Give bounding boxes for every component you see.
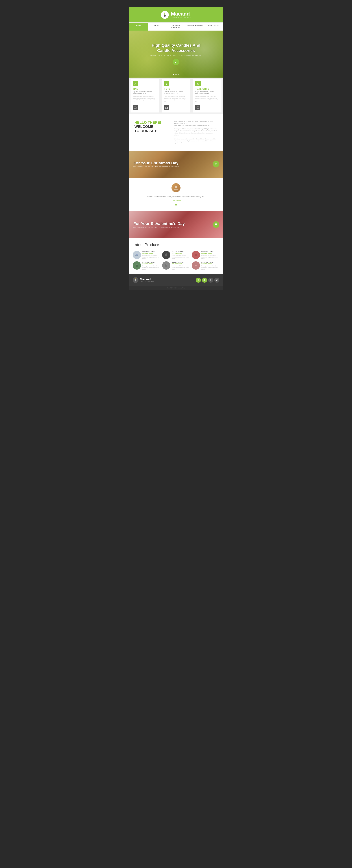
- nav-about[interactable]: ABOUT: [148, 23, 167, 31]
- card-body-tins: Lorem ipsum dolor sit amet, consectetur …: [131, 95, 159, 104]
- product-category-6: DOLORE IPSUM: [202, 263, 219, 265]
- product-category-1: DOLORE IPSUM: [142, 253, 160, 254]
- header: Macand CANDLE COMPANY: [129, 7, 223, 23]
- hero-dot-3[interactable]: [178, 74, 179, 75]
- christmas-banner-subtitle: LOREM IPSUM DOLOR SIT AMET, CONSECTETUR …: [133, 166, 179, 167]
- product-item-5: DOLOR SIT AMET DOLORE IPSUM Lorem ipsum …: [162, 261, 190, 270]
- card-title-pots: POTS: [162, 88, 190, 91]
- product-item-1: DOLOR SIT AMET DOLORE IPSUM Lorem ipsum …: [133, 251, 160, 259]
- svg-rect-25: [195, 254, 197, 256]
- svg-rect-27: [136, 265, 138, 267]
- hero-subtitle: LOREM IPSUM DOLOR SIT AMET, CONSECTETUR …: [150, 55, 202, 56]
- welcome-title: WELCOMETO OUR SITE: [135, 124, 171, 133]
- footer-copyright: MACAND © 2016 | Privacy Policy: [167, 287, 185, 289]
- hero-dot-1[interactable]: [173, 74, 174, 75]
- product-desc-3: Lorem ipsum dolor sit amet, consectetur …: [202, 255, 219, 259]
- hero-title: High Quality Candles AndCandle Accessori…: [150, 43, 202, 53]
- card-letter-a: A: [133, 81, 138, 86]
- welcome-body: Lorem ipsum dolor sit amet, consectetur …: [174, 128, 217, 144]
- svg-point-8: [135, 107, 136, 108]
- svg-rect-18: [215, 223, 217, 224]
- card-desc-tealights: LIQUAM RHONCUS, LIBERONON CONGUE ULTR.: [193, 91, 221, 95]
- social-rss-button[interactable]: [202, 278, 207, 283]
- card-btn-tealights[interactable]: [195, 105, 200, 110]
- social-googleplus-button[interactable]: g+: [214, 278, 219, 283]
- svg-point-10: [166, 107, 167, 108]
- christmas-banner: For Your Christmas Day LOREM IPSUM DOLOR…: [129, 151, 223, 178]
- svg-rect-5: [175, 62, 177, 62]
- social-facebook-button[interactable]: f: [196, 278, 201, 283]
- christmas-banner-button[interactable]: [213, 161, 219, 167]
- testimonial-section: " Lorem ipsum dolor sit amet, conse dolo…: [129, 178, 223, 211]
- product-thumb-3: [192, 251, 200, 259]
- product-name-4: DOLOR SIT AMET: [142, 261, 160, 263]
- card-tealights: C TEALIGHTS LIQUAM RHONCUS, LIBERONON CO…: [193, 79, 221, 113]
- product-desc-5: Lorem ipsum dolor sit amet, consectetur …: [172, 265, 190, 270]
- product-category-3: DOLORE IPSUM: [202, 253, 219, 254]
- product-thumb-1: [133, 251, 141, 259]
- logo-icon: [161, 11, 169, 19]
- card-letter-b: B: [164, 81, 169, 86]
- testimonial-author: - Lisa Lorems: [133, 200, 219, 202]
- svg-point-16: [175, 186, 177, 188]
- svg-point-12: [198, 107, 198, 108]
- card-btn-tins[interactable]: [133, 105, 138, 110]
- product-name-6: DOLOR SIT AMET: [202, 261, 219, 263]
- svg-point-35: [135, 278, 136, 279]
- nav-custom-candles[interactable]: CUSTOM CANDLES: [167, 23, 185, 31]
- valentine-banner-subtitle: LOREM IPSUM DOLOR SIT AMET, CONSECTETUR …: [133, 227, 185, 228]
- svg-rect-14: [215, 164, 217, 164]
- card-desc-pots: LIQUAM RHONCUS, LIBERONON CONGUE ULTR.: [162, 91, 190, 95]
- products-grid: DOLOR SIT AMET DOLORE IPSUM Lorem ipsum …: [133, 251, 219, 270]
- product-desc-4: Lorem ipsum dolor sit amet, consectetur …: [142, 265, 160, 270]
- product-item-3: DOLOR SIT AMET DOLORE IPSUM Lorem ipsum …: [192, 251, 219, 259]
- svg-rect-20: [215, 225, 216, 225]
- svg-point-2: [165, 12, 165, 13]
- card-btn-pots[interactable]: [164, 105, 169, 110]
- product-name-1: DOLOR SIT AMET: [142, 251, 160, 253]
- valentine-banner-button[interactable]: [213, 221, 219, 228]
- product-item-6: DOLOR SIT AMET DOLORE IPSUM Lorem ipsum …: [192, 261, 219, 270]
- svg-rect-30: [166, 264, 167, 265]
- welcome-hello: HELLO THERE!: [135, 120, 171, 124]
- svg-point-1: [164, 15, 166, 17]
- nav-candle-making[interactable]: CANDLE MAKING: [185, 23, 204, 31]
- hero-dot-2[interactable]: [175, 74, 177, 75]
- svg-rect-22: [136, 254, 138, 255]
- testimonial-avatar: [172, 183, 180, 192]
- product-item-2: DOLOR SIT AMET DOLORE IPSUM Lorem ipsum …: [162, 251, 190, 259]
- product-thumb-5: [162, 261, 170, 270]
- svg-rect-15: [215, 164, 216, 165]
- nav-contacts[interactable]: CONTACTS: [204, 23, 223, 31]
- footer-bottom: MACAND © 2016 | Privacy Policy: [129, 286, 223, 290]
- product-category-4: DOLORE IPSUM: [142, 263, 160, 265]
- card-title-tealights: TEALIGHTS: [193, 88, 221, 91]
- product-name-5: DOLOR SIT AMET: [172, 261, 190, 263]
- product-category-2: DOLORE IPSUM: [172, 253, 190, 254]
- valentine-banner: For Your St.Valentine's Day LOREM IPSUM …: [129, 211, 223, 238]
- svg-point-32: [195, 265, 197, 266]
- product-category-5: DOLORE IPSUM: [172, 263, 190, 265]
- christmas-banner-title: For Your Christmas Day: [133, 161, 179, 165]
- svg-rect-24: [166, 253, 167, 254]
- product-desc-2: Lorem ipsum dolor sit amet, consectetur …: [172, 255, 190, 259]
- footer-logo-text: Macand: [140, 278, 154, 281]
- welcome-subtitle: LOREM IPSUM DOLOR SIT AMET, CON SCETETUR…: [174, 120, 217, 127]
- card-body-pots: Lorem ipsum dolor sit amet, consectetur …: [162, 95, 190, 104]
- nav-home[interactable]: HOME: [129, 23, 148, 31]
- hero-cta-button[interactable]: [173, 59, 179, 65]
- footer: Macand CANDLE COMPANY f t g+: [129, 274, 223, 286]
- svg-rect-23: [165, 254, 167, 256]
- svg-rect-26: [195, 254, 197, 254]
- svg-point-34: [135, 280, 136, 281]
- footer-social: f t g+: [196, 278, 219, 283]
- social-twitter-button[interactable]: t: [208, 278, 213, 283]
- svg-rect-19: [215, 224, 217, 225]
- logo-title: Macand: [171, 11, 191, 17]
- product-cards-section: A TINS LIQUAM RHONCUS, LIBERONON CONGUE …: [129, 78, 223, 114]
- card-desc-tins: LIQUAM RHONCUS, LIBERONON CONGUE ULTR.: [131, 91, 159, 95]
- testimonial-dot-1[interactable]: [175, 204, 177, 206]
- product-item-4: DOLOR SIT AMET DOLORE IPSUM Lorem ipsum …: [133, 261, 160, 270]
- footer-logo-sub: CANDLE COMPANY: [140, 281, 154, 282]
- card-letter-c: C: [195, 81, 201, 86]
